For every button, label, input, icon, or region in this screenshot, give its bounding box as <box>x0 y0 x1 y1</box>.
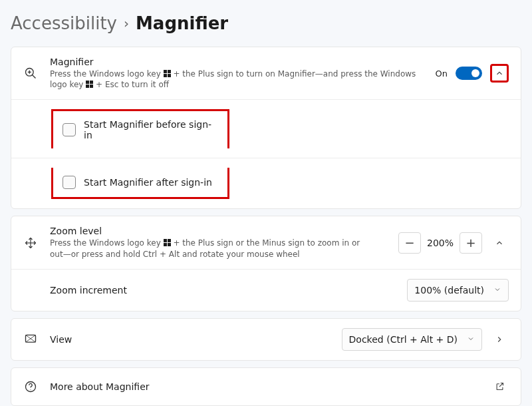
windows-logo-icon <box>164 70 171 77</box>
magnifier-description: Press the Windows logo key + the Plus si… <box>50 69 422 90</box>
zoom-level-value: 200% <box>421 238 460 248</box>
zoom-level-stepper: − 200% + <box>398 232 482 254</box>
chevron-right-icon <box>495 335 504 344</box>
windows-logo-icon <box>86 81 93 88</box>
start-before-signin-label: Start Magnifier before sign-in <box>84 119 218 140</box>
more-about-card: More about Magnifier <box>11 367 521 406</box>
view-layout-icon <box>23 333 38 346</box>
zoom-level-description: Press the Windows logo key + the Plus si… <box>50 238 369 259</box>
chevron-down-icon <box>493 285 501 296</box>
svg-point-8 <box>31 389 31 389</box>
view-row[interactable]: View Docked (Ctrl + Alt + D) <box>11 319 521 360</box>
help-icon <box>23 380 38 393</box>
zoom-increment-title: Zoom increment <box>50 285 395 296</box>
move-arrows-icon <box>23 236 38 250</box>
start-after-signin-label: Start Magnifier after sign-in <box>84 177 212 188</box>
magnifier-title: Magnifier <box>50 57 424 67</box>
view-value: Docked (Ctrl + Alt + D) <box>349 334 458 345</box>
zoom-level-title: Zoom level <box>50 226 386 236</box>
zoom-level-expand-button[interactable] <box>490 234 509 252</box>
chevron-up-icon <box>495 69 504 78</box>
chevron-right-icon: › <box>124 15 129 31</box>
start-before-signin-row: Start Magnifier before sign-in <box>11 99 521 158</box>
view-expand-button[interactable] <box>490 330 509 349</box>
zoom-decrease-button[interactable]: − <box>398 232 421 254</box>
zoom-increase-button[interactable]: + <box>460 232 482 254</box>
magnifier-state-label: On <box>436 69 448 79</box>
zoom-increment-row: Zoom increment 100% (default) <box>11 269 521 311</box>
chevron-down-icon <box>467 334 475 345</box>
zoom-increment-value: 100% (default) <box>414 285 484 296</box>
start-after-signin-checkbox[interactable] <box>63 176 76 189</box>
windows-logo-icon <box>164 239 171 246</box>
more-about-title: More about Magnifier <box>50 381 478 392</box>
open-external-button[interactable] <box>490 377 509 396</box>
magnifier-card: Magnifier Press the Windows logo key + t… <box>11 47 521 209</box>
magnifier-plus-icon <box>23 67 38 80</box>
magnifier-expand-button[interactable] <box>490 64 509 83</box>
magnifier-row: Magnifier Press the Windows logo key + t… <box>11 47 521 99</box>
zoom-level-row: Zoom level Press the Windows logo key + … <box>11 216 521 268</box>
breadcrumb: Accessibility › Magnifier <box>11 13 521 33</box>
view-title: View <box>50 334 330 345</box>
start-after-signin-row: Start Magnifier after sign-in <box>11 158 521 208</box>
svg-line-1 <box>33 75 36 79</box>
view-card: View Docked (Ctrl + Alt + D) <box>11 318 521 361</box>
chevron-up-icon <box>495 238 504 248</box>
magnifier-toggle[interactable] <box>456 67 482 80</box>
start-before-signin-checkbox[interactable] <box>63 123 76 136</box>
page-title: Magnifier <box>136 13 228 33</box>
more-about-row[interactable]: More about Magnifier <box>11 368 521 405</box>
view-select[interactable]: Docked (Ctrl + Alt + D) <box>342 328 482 351</box>
breadcrumb-parent[interactable]: Accessibility <box>11 13 117 33</box>
zoom-level-card: Zoom level Press the Windows logo key + … <box>11 216 521 311</box>
open-external-icon <box>495 381 505 391</box>
zoom-increment-select[interactable]: 100% (default) <box>407 279 509 302</box>
